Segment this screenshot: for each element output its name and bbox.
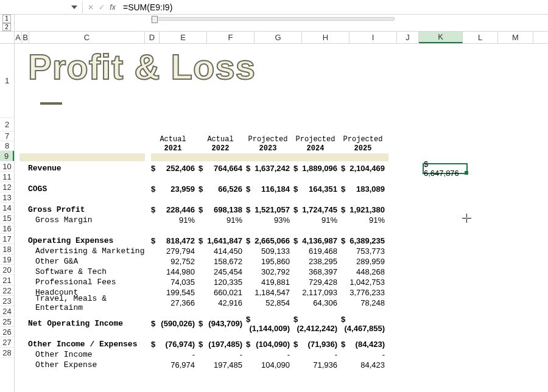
selected-cell[interactable]: $ 6,647,876 [423,163,468,174]
cell-value[interactable]: 368,397 [293,267,341,276]
cell-value[interactable]: 104,090 [246,360,293,369]
fx-icon[interactable]: fx [107,1,118,13]
cell-value[interactable]: 144,980 [151,267,198,276]
row-header-22[interactable]: 22 [0,285,14,296]
cell-value[interactable]: 3,776,233 [341,288,388,297]
cell-value[interactable]: $(76,974) [151,340,198,349]
cell-value[interactable]: $252,406 [151,164,198,173]
col-header-D[interactable]: D [145,32,160,43]
cell-value[interactable]: $(197,485) [198,340,246,349]
namebox-dropdown-icon[interactable] [69,1,80,13]
cell-value[interactable]: 2,117,093 [293,288,341,297]
cell-value[interactable]: $66,526 [198,184,246,194]
cell-value[interactable]: $23,959 [151,184,198,194]
cell-value[interactable]: $6,389,235 [341,236,388,245]
cell-value[interactable]: 91% [151,215,198,225]
row-header-8[interactable]: 8 [0,141,14,151]
grid[interactable]: 1278910111213141516171819202122232425262… [0,44,548,392]
cell-value[interactable]: 93% [246,215,293,225]
cell-value[interactable]: $818,472 [151,236,198,245]
row-header-23[interactable]: 23 [0,296,14,306]
cell-value[interactable]: $(943,709) [198,319,246,328]
cell-value[interactable]: 238,295 [293,257,341,266]
cell-value[interactable]: 64,306 [293,298,341,307]
cell-value[interactable]: 414,450 [198,247,246,256]
cell-value[interactable]: $(4,467,855) [341,315,388,333]
cell-value[interactable]: $1,521,057 [246,205,293,214]
col-header-E[interactable]: E [160,32,207,43]
row-header-26[interactable]: 26 [0,327,14,337]
row-header-13[interactable]: 13 [0,192,14,203]
cell-value[interactable]: $164,351 [293,184,341,194]
row-header-24[interactable]: 24 [0,306,14,317]
cell-value[interactable]: 27,366 [151,298,198,307]
cell-value[interactable]: 42,916 [198,298,246,307]
cell-value[interactable]: $(590,026) [151,319,198,328]
cell-value[interactable]: 753,773 [341,247,388,256]
col-header-G[interactable]: G [255,32,302,43]
row-header-28[interactable]: 28 [0,348,14,358]
cell-value[interactable]: $2,665,066 [246,236,293,245]
cell-value[interactable]: $(71,936) [293,340,341,349]
cells-area[interactable]: Profit & Loss ActualActualProjectedProje… [15,44,548,392]
cell-value[interactable]: 195,860 [246,257,293,266]
cell-value[interactable]: 76,974 [151,360,198,369]
cell-value[interactable]: 245,454 [198,267,246,276]
row-header-10[interactable]: 10 [0,161,14,172]
cell-value[interactable]: 91% [341,215,388,225]
cell-value[interactable]: - [151,350,198,359]
col-header-I[interactable]: I [350,32,397,43]
row-header-11[interactable]: 11 [0,172,14,182]
cell-value[interactable]: $4,136,987 [293,236,341,245]
cell-value[interactable]: 509,133 [246,247,293,256]
slider-thumb[interactable] [152,16,158,23]
cell-value[interactable]: 84,423 [341,360,388,369]
cell-value[interactable]: 619,468 [293,247,341,256]
fill-handle[interactable] [465,171,468,175]
outline-level-2[interactable]: 2 [2,23,11,32]
cell-value[interactable]: $698,138 [198,205,246,214]
cell-value[interactable]: $(104,090) [246,340,293,349]
cell-value[interactable]: - [293,350,341,359]
cell-value[interactable]: - [341,350,388,359]
cell-value[interactable]: 197,485 [198,360,246,369]
col-header-F[interactable]: F [207,32,255,43]
row-header-27[interactable]: 27 [0,337,14,348]
cell-value[interactable]: 1,042,753 [341,278,388,287]
cell-value[interactable]: - [246,350,293,359]
select-all-corner[interactable] [0,32,15,43]
cell-value[interactable]: 92,752 [151,257,198,266]
col-header-A[interactable]: A [15,32,22,43]
row-header-17[interactable]: 17 [0,234,14,244]
cell-value[interactable]: $1,889,096 [293,164,341,173]
cell-value[interactable]: $(2,412,242) [293,315,341,333]
cell-value[interactable]: 729,428 [293,278,341,287]
cell-value[interactable]: 91% [293,215,341,225]
row-header-25[interactable]: 25 [0,317,14,327]
cell-value[interactable]: $1,637,242 [246,164,293,173]
col-header-B[interactable]: B [22,32,29,43]
cell-value[interactable]: $1,921,380 [341,205,388,214]
accept-icon[interactable]: ✓ [96,3,107,12]
cell-value[interactable]: $228,446 [151,205,198,214]
cell-value[interactable]: 448,268 [341,267,388,276]
row-header-21[interactable]: 21 [0,275,14,285]
row-header-12[interactable]: 12 [0,182,14,192]
cell-value[interactable]: $1,641,847 [198,236,246,245]
cell-value[interactable]: 52,854 [246,298,293,307]
col-header-K[interactable]: K [419,32,463,43]
cell-value[interactable]: 158,672 [198,257,246,266]
cell-value[interactable]: 419,881 [246,278,293,287]
column-group-slider[interactable] [15,15,548,31]
cell-value[interactable]: 91% [198,215,246,225]
cell-value[interactable]: 71,936 [293,360,341,369]
cell-value[interactable]: $2,104,469 [341,164,388,173]
col-header-C[interactable]: C [29,32,145,43]
formula-input[interactable]: =SUM(E9:I9) [118,2,490,12]
cell-value[interactable]: $116,184 [246,184,293,194]
col-header-L[interactable]: L [463,32,498,43]
cell-value[interactable]: 660,021 [198,288,246,297]
row-header-2[interactable]: 2 [0,118,14,131]
row-header-9[interactable]: 9 [0,151,14,161]
row-header-15[interactable]: 15 [0,213,14,223]
